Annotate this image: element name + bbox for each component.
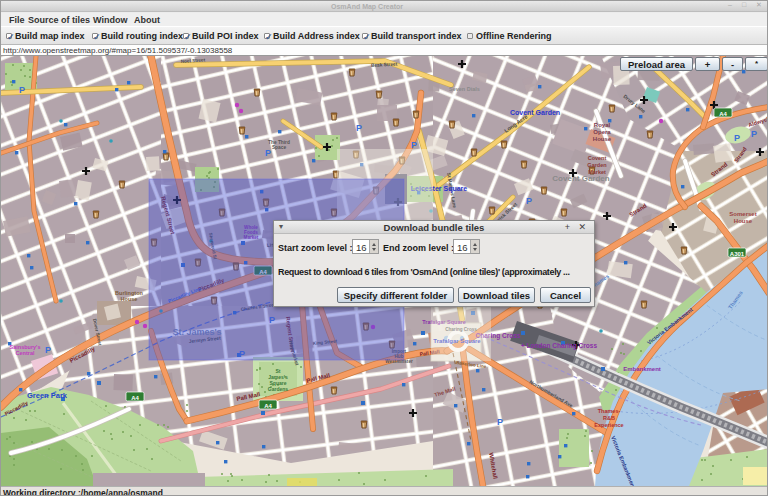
svg-text:A4: A4 [131, 395, 139, 401]
svg-text:P: P [734, 133, 740, 143]
svg-text:P: P [265, 148, 271, 158]
svg-text:House: House [593, 136, 612, 142]
svg-text:Somerset: Somerset [729, 211, 756, 217]
svg-text:Green Park: Green Park [27, 391, 68, 400]
svg-text:House: House [734, 218, 753, 224]
svg-text:P: P [45, 345, 51, 355]
svg-text:Space: Space [272, 145, 286, 150]
svg-text:A4: A4 [719, 111, 727, 117]
svg-text:Covent: Covent [588, 155, 607, 161]
svg-text:Central: Central [16, 350, 35, 356]
svg-text:Covent Garden: Covent Garden [510, 109, 560, 116]
svg-text:P: P [497, 417, 503, 427]
svg-text:P: P [526, 196, 532, 206]
svg-text:P: P [751, 129, 757, 139]
svg-text:Thames-: Thames- [598, 408, 621, 414]
svg-text:A4: A4 [264, 403, 272, 409]
svg-text:Opera: Opera [593, 129, 611, 135]
svg-text:Seven Dials: Seven Dials [449, 86, 480, 92]
svg-text:Covent Garden: Covent Garden [552, 174, 609, 183]
svg-text:Royal: Royal [594, 122, 611, 128]
svg-text:P: P [356, 123, 362, 133]
svg-text:Embankment: Embankment [623, 366, 661, 372]
svg-text:P: P [411, 140, 417, 150]
svg-text:R&B: R&B [603, 415, 615, 421]
svg-text:Gardens: Gardens [268, 386, 289, 392]
svg-text:Experience: Experience [594, 422, 623, 428]
svg-text:Garden: Garden [587, 162, 607, 168]
svg-text:House: House [121, 296, 138, 302]
svg-text:A301: A301 [730, 251, 745, 257]
svg-text:P: P [19, 85, 25, 95]
svg-text:+ London Charing Cross: + London Charing Cross [521, 342, 597, 350]
